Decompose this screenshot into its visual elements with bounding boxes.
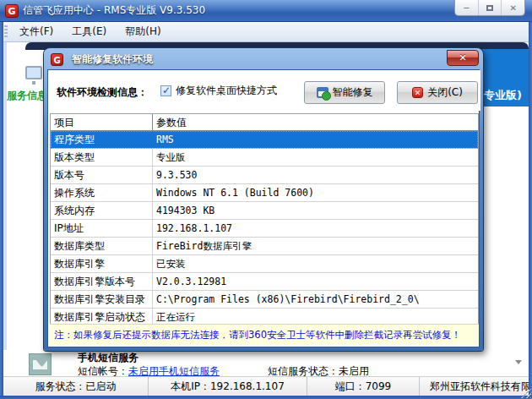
maximize-button[interactable] [479, 0, 502, 15]
table-row[interactable]: 程序类型RMS [51, 131, 478, 149]
table-row[interactable]: IP地址192.168.1.107 [51, 220, 478, 238]
maximize-icon [486, 5, 493, 11]
row-item-cell: IP地址 [51, 220, 153, 237]
env-table-body: 程序类型RMS版本类型专业版版本号9.3.530操作系统Windows NT 6… [51, 131, 478, 326]
row-item-cell: 版本号 [51, 167, 153, 183]
sms-account-label: 短信帐号： [78, 365, 128, 377]
window-border-bottom [0, 396, 532, 399]
row-value-cell: 4194303 KB [153, 205, 478, 216]
row-value-cell: 已安装 [153, 258, 478, 271]
row-value-cell: FireBird数据库引擎 [153, 240, 478, 253]
service-tab-label[interactable]: 服务信息 [7, 89, 47, 103]
table-row[interactable]: 版本号9.3.530 [51, 167, 478, 184]
resize-grip[interactable] [521, 388, 531, 398]
minimize-button[interactable]: ─ [455, 0, 479, 15]
shortcut-checkbox-group[interactable]: 修复软件桌面快捷方式 [160, 84, 277, 98]
row-value-cell: 9.3.530 [153, 169, 478, 181]
window-titlebar: G 信管飞应用中心 - RMS专业版 V9.3.530 [0, 0, 532, 22]
dialog-title: 智能修复软件环境 [72, 52, 153, 67]
row-item-cell: 数据库引擎版本号 [51, 273, 153, 290]
shortcut-checkbox[interactable] [160, 85, 171, 96]
app-logo-icon: G [5, 4, 19, 18]
row-item-cell: 程序类型 [51, 131, 153, 148]
row-value-cell: Windows NT 6.1 (Build 7600) [153, 187, 478, 199]
window-controls: ─ ✕ [454, 0, 525, 16]
menu-bar: 文件(F) 工具(E) 帮助(H) [0, 22, 532, 42]
row-item-cell: 数据库引擎安装目录 [51, 291, 153, 308]
dialog-close-action-button[interactable]: ✕ 关闭(C) [397, 81, 478, 104]
table-row[interactable]: 数据库引擎已安装 [51, 255, 478, 273]
row-item-cell: 版本类型 [51, 149, 153, 166]
edition-banner: 信管飞RMS(专业版) [481, 49, 529, 107]
close-x-icon: ✕ [459, 52, 466, 63]
menu-file[interactable]: 文件(F) [13, 23, 60, 41]
envelope-icon [29, 353, 52, 375]
env-info-label: 软件环境检测信息： [57, 85, 148, 100]
smart-repair-button[interactable]: 智能修复 [304, 81, 385, 104]
dialog-control-row: 软件环境检测信息： 修复软件桌面快捷方式 智能修复 ✕ 关闭(C) [48, 70, 480, 111]
table-row[interactable]: 系统内存4194303 KB [51, 202, 478, 220]
close-action-label: 关闭(C) [427, 85, 463, 100]
sms-service-section: 手机短信服务 短信帐号：未启用手机短信服务 短信服务状态：未启用 [3, 350, 529, 376]
close-button[interactable]: ✕ [502, 0, 524, 15]
sms-account-link[interactable]: 未启用手机短信服务 [128, 365, 220, 377]
repair-dialog: G 智能修复软件环境 ✕ 软件环境检测信息： 修复软件桌面快捷方式 智能修复 ✕… [44, 48, 483, 351]
sms-section-title: 手机短信服务 [78, 351, 138, 365]
status-copyright: 郑州亚拓软件科技有限公司 版权所有 [420, 377, 529, 396]
menu-tools[interactable]: 工具(E) [65, 23, 113, 41]
table-row[interactable]: 操作系统Windows NT 6.1 (Build 7600) [51, 184, 478, 202]
shortcut-checkbox-label[interactable]: 修复软件桌面快捷方式 [176, 84, 277, 98]
menu-help[interactable]: 帮助(H) [118, 23, 167, 41]
column-header-value[interactable]: 参数值 [153, 114, 478, 130]
table-row[interactable]: 数据库引擎安装目录C:\Program Files (x86)\Firebird… [51, 291, 478, 309]
dialog-titlebar[interactable]: G 智能修复软件环境 [46, 50, 481, 69]
table-row[interactable]: 版本类型专业版 [51, 149, 478, 167]
row-value-cell: V2.0.3.12981 [153, 276, 478, 287]
status-service-state: 服务状态：已启动 [3, 377, 149, 396]
row-value-cell: 专业版 [153, 151, 478, 164]
sms-status-value: 未启用 [339, 365, 369, 377]
dialog-logo-icon: G [51, 53, 63, 66]
row-value-cell: RMS [153, 134, 478, 145]
smart-repair-label: 智能修复 [333, 85, 373, 100]
menu-drag-grip[interactable] [4, 25, 8, 39]
table-row[interactable]: 数据库类型FireBird数据库引擎 [51, 238, 478, 255]
sms-status-label: 短信服务状态： [268, 365, 339, 377]
app-window: G 信管飞应用中心 - RMS专业版 V9.3.530 ─ ✕ 文件(F) 工具… [0, 0, 532, 399]
dialog-close-button[interactable]: ✕ [447, 50, 479, 66]
status-port: 端口：7099 [307, 377, 420, 396]
row-value-cell: C:\Program Files (x86)\Firebird\Firebird… [153, 293, 478, 305]
row-item-cell: 操作系统 [51, 184, 153, 201]
window-title: 信管飞应用中心 - RMS专业版 V9.3.530 [23, 3, 205, 18]
status-local-ip: 本机IP：192.168.1.107 [149, 377, 307, 396]
dialog-client-area: 软件环境检测信息： 修复软件桌面快捷方式 智能修复 ✕ 关闭(C) 项目 参数值 [47, 69, 480, 347]
monitor-icon [25, 66, 42, 79]
table-header-row: 项目 参数值 [51, 114, 478, 131]
column-header-item[interactable]: 项目 [51, 114, 153, 130]
row-item-cell: 数据库类型 [51, 238, 153, 254]
row-item-cell: 系统内存 [51, 202, 153, 219]
table-row[interactable]: 数据库引擎版本号V2.0.3.12981 [51, 273, 478, 291]
repair-window-icon [317, 87, 328, 98]
row-item-cell: 数据库引擎 [51, 255, 153, 272]
close-x-red-icon: ✕ [412, 87, 423, 98]
row-value-cell: 正在运行 [153, 311, 478, 324]
note-bar: 注：如果修复后还提示数据库无法连接，请到360安全卫士等软件中删除拦截记录再尝试… [50, 324, 479, 345]
environment-table: 项目 参数值 程序类型RMS版本类型专业版版本号9.3.530操作系统Windo… [50, 113, 479, 326]
note-text: 注：如果修复后还提示数据库无法连接，请到360安全卫士等软件中删除拦截记录再尝试… [54, 329, 461, 342]
window-border-right [529, 22, 532, 396]
scroll-down-arrow[interactable] [515, 360, 522, 364]
status-bar: 服务状态：已启动 本机IP：192.168.1.107 端口：7099 郑州亚拓… [3, 376, 529, 396]
row-item-cell: 数据库引擎启动状态 [51, 309, 153, 325]
row-value-cell: 192.168.1.107 [153, 222, 478, 234]
